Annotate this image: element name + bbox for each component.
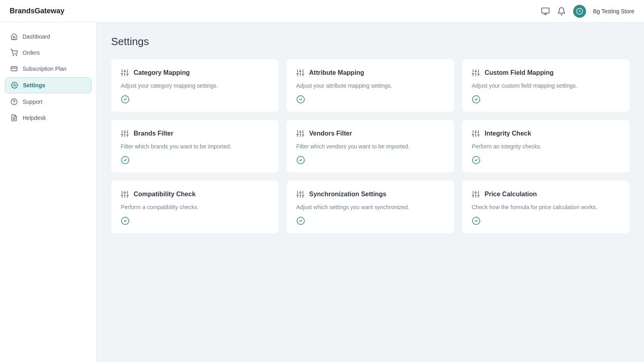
card-title: Synchronization Settings (309, 191, 386, 198)
card-description: Adjust your attribute mapping settings. (296, 82, 444, 90)
settings-cards-grid: Category MappingAdjust your category map… (111, 59, 630, 233)
card-header: Brands Filter (121, 130, 269, 138)
card-title: Custom Field Mapping (485, 69, 554, 76)
sliders-icon (296, 190, 304, 198)
card-description: Adjust your category mapping settings. (121, 82, 269, 90)
sidebar-label-orders: Orders (23, 49, 40, 56)
check-icon (121, 216, 269, 225)
helpdesk-icon (10, 114, 18, 121)
card-description: Perform a compatibility checks. (121, 203, 269, 212)
settings-icon (11, 82, 18, 89)
card-header: Attribute Mapping (296, 69, 444, 77)
sidebar: Dashboard Orders Subscription Plan (0, 23, 97, 362)
check-icon (296, 156, 444, 165)
card-description: Check how the formula for price calculat… (472, 203, 620, 212)
card-brands-filter[interactable]: Brands FilterFilter which brands you wan… (111, 120, 279, 173)
sidebar-item-helpdesk[interactable]: Helpdesk (5, 110, 91, 125)
bell-icon[interactable] (557, 7, 566, 16)
check-icon (472, 216, 620, 225)
check-icon (472, 95, 620, 104)
card-description: Adjust which settings you want synchroni… (296, 203, 444, 212)
card-header: Category Mapping (121, 69, 269, 77)
svg-point-4 (13, 55, 14, 56)
card-title: Category Mapping (134, 69, 190, 76)
card-header: Custom Field Mapping (472, 69, 620, 77)
check-icon (472, 156, 620, 165)
sidebar-label-subscription: Subscription Plan (23, 66, 66, 72)
card-header: Synchronization Settings (296, 190, 444, 198)
card-synchronization-settings[interactable]: Synchronization SettingsAdjust which set… (287, 181, 454, 233)
main-content: Settings Category MappingAdjust your cat… (97, 23, 644, 362)
svg-rect-6 (11, 67, 17, 71)
card-custom-field-mapping[interactable]: Custom Field MappingAdjust your custom f… (462, 59, 630, 112)
sidebar-label-helpdesk: Helpdesk (23, 115, 46, 121)
page-title: Settings (111, 35, 630, 48)
card-description: Perform an integrity checks. (472, 142, 620, 151)
logo: BrandsGateway (10, 7, 64, 15)
support-icon (10, 98, 18, 105)
svg-point-9 (11, 99, 17, 105)
check-icon (296, 95, 444, 104)
card-vendors-filter[interactable]: Vendors FilterFilter which vendors you w… (287, 120, 454, 173)
sliders-icon (121, 130, 129, 138)
sliders-icon (472, 130, 480, 138)
sidebar-item-settings[interactable]: Settings (5, 77, 91, 93)
sidebar-item-dashboard[interactable]: Dashboard (5, 29, 91, 44)
card-header: Compatibility Check (121, 190, 269, 198)
card-price-calculation[interactable]: Price CalculationCheck how the formula f… (462, 181, 630, 233)
sliders-icon (296, 130, 304, 138)
card-compatibility-check[interactable]: Compatibility CheckPerform a compatibili… (111, 181, 279, 233)
orders-icon (10, 49, 18, 56)
card-description: Filter which vendors you want to be impo… (296, 142, 444, 151)
sliders-icon (472, 69, 480, 77)
card-title: Compatibility Check (134, 191, 196, 198)
check-icon (296, 216, 444, 225)
card-title: Integrity Check (485, 130, 531, 137)
card-category-mapping[interactable]: Category MappingAdjust your category map… (111, 59, 279, 112)
svg-point-5 (16, 55, 17, 56)
header: BrandsGateway Bg Testing Store (0, 0, 644, 23)
sliders-icon (121, 69, 129, 77)
monitor-icon[interactable] (541, 7, 550, 16)
card-header: Integrity Check (472, 130, 620, 138)
card-description: Filter which brands you want to be impor… (121, 142, 269, 151)
svg-point-8 (14, 84, 16, 86)
card-header: Vendors Filter (296, 130, 444, 138)
check-icon (121, 95, 269, 104)
store-name: Bg Testing Store (593, 8, 634, 14)
card-integrity-check[interactable]: Integrity CheckPerform an integrity chec… (462, 120, 630, 173)
home-icon (10, 33, 18, 40)
avatar[interactable] (573, 5, 586, 18)
card-title: Brands Filter (134, 130, 173, 137)
sidebar-item-subscription[interactable]: Subscription Plan (5, 61, 91, 76)
header-right: Bg Testing Store (541, 5, 634, 18)
sidebar-item-orders[interactable]: Orders (5, 45, 91, 60)
card-attribute-mapping[interactable]: Attribute MappingAdjust your attribute m… (287, 59, 454, 112)
sliders-icon (472, 190, 480, 198)
card-title: Price Calculation (485, 191, 537, 198)
sidebar-label-dashboard: Dashboard (23, 33, 50, 40)
card-title: Vendors Filter (309, 130, 352, 137)
sidebar-label-support: Support (23, 99, 42, 105)
card-header: Price Calculation (472, 190, 620, 198)
subscription-icon (10, 65, 18, 72)
card-title: Attribute Mapping (309, 69, 364, 76)
sidebar-label-settings: Settings (23, 82, 45, 88)
check-icon (121, 156, 269, 165)
sliders-icon (121, 190, 129, 198)
card-description: Adjust your custom field mapping setting… (472, 82, 620, 90)
sidebar-item-support[interactable]: Support (5, 94, 91, 109)
sliders-icon (296, 69, 304, 77)
svg-rect-0 (541, 8, 549, 13)
